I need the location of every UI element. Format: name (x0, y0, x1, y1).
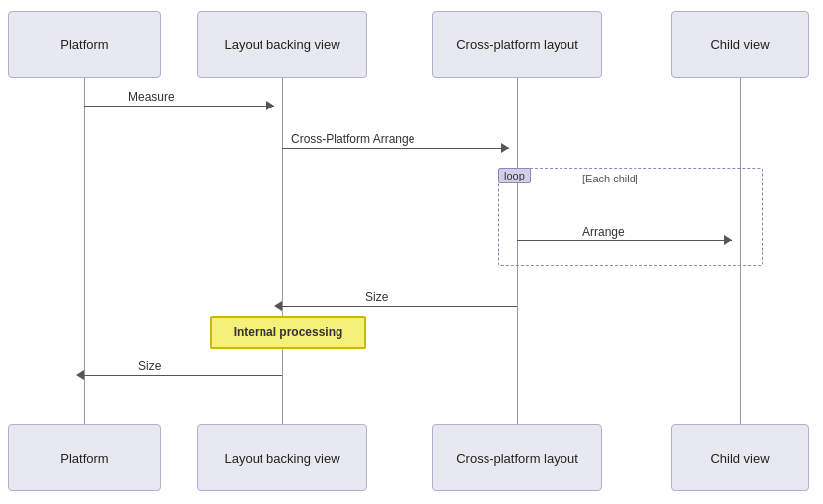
size-final-line (84, 375, 282, 376)
arrange-cross-label: Cross-Platform Arrange (291, 132, 414, 146)
size-return-line (282, 306, 517, 307)
child-view-box-top: Child view (671, 11, 809, 78)
size-final-label: Size (138, 359, 161, 373)
arrange-arrowhead (724, 235, 732, 245)
measure-arrowhead (266, 101, 274, 110)
platform-box-top: Platform (8, 11, 161, 78)
arrange-cross-line (282, 148, 509, 149)
size-return-label: Size (365, 290, 388, 304)
layout-backing-box-bottom: Layout backing view (197, 424, 367, 491)
arrange-label: Arrange (582, 225, 625, 239)
size-return-arrowhead (274, 301, 282, 311)
arrange-cross-arrowhead (501, 143, 509, 153)
measure-label: Measure (128, 90, 175, 104)
sequence-diagram: Platform Layout backing view Cross-platf… (0, 0, 823, 504)
arrange-line (517, 240, 732, 241)
cross-platform-box-top: Cross-platform layout (432, 11, 602, 78)
child-view-box-bottom: Child view (671, 424, 809, 491)
loop-condition: [Each child] (582, 173, 638, 184)
platform-box-bottom: Platform (8, 424, 161, 491)
size-final-arrowhead (76, 370, 84, 380)
cross-platform-box-bottom: Cross-platform layout (432, 424, 602, 491)
layout-backing-box-top: Layout backing view (197, 11, 367, 78)
platform-lifeline (84, 78, 85, 424)
layout-backing-lifeline (282, 78, 283, 424)
measure-arrow-line (84, 106, 274, 107)
loop-label: loop (498, 168, 531, 183)
processing-box: Internal processing (210, 316, 366, 349)
